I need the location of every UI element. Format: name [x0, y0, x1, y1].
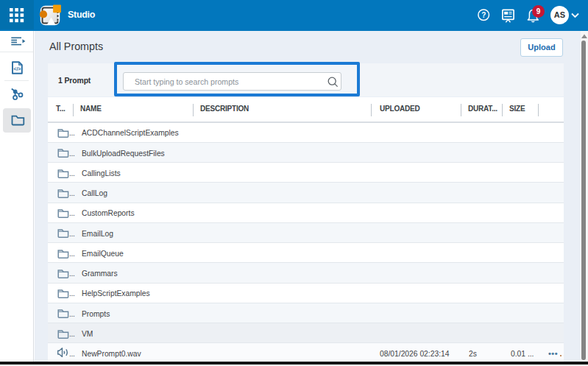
svg-text:?: ? — [481, 11, 486, 19]
svg-text:</>: </> — [13, 66, 21, 71]
